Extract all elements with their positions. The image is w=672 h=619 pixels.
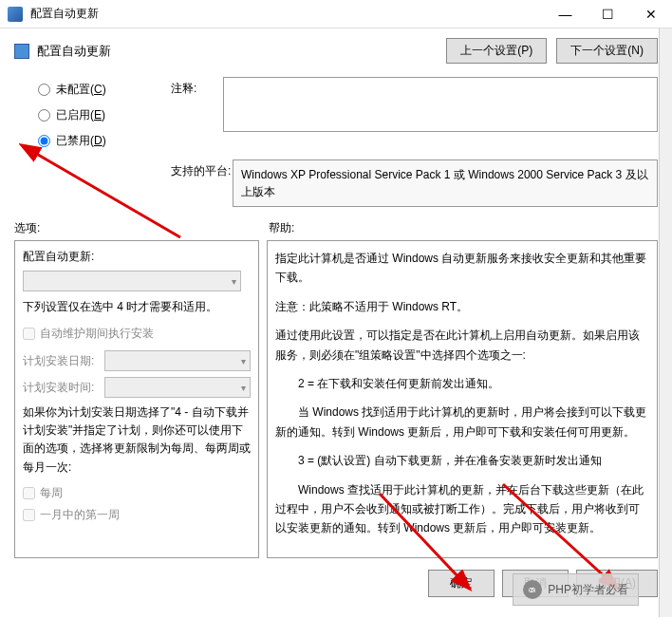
options-label: 选项: [14,220,269,236]
help-p3: 通过使用此设置，可以指定是否在此计算机上启用自动更新。如果启用该服务，则必须在"… [275,326,649,365]
help-p5: 当 Windows 找到适用于此计算机的更新时，用户将会接到可以下载更新的通知。… [275,403,649,441]
install-day-label: 计划安装日期: [23,353,104,369]
configure-dropdown[interactable]: ▾ [23,271,241,291]
check-maintenance[interactable]: 自动维护期间执行安装 [23,323,251,345]
help-panel: 指定此计算机是否通过 Windows 自动更新服务来接收安全更新和其他重要下载。… [267,240,658,558]
watermark: ෧ PHP初学者必看 [513,573,639,606]
radio-enabled[interactable]: 已启用(E) [38,103,171,128]
window-title: 配置自动更新 [30,6,544,22]
help-p4: 2 = 在下载和安装任何更新前发出通知。 [275,374,649,393]
right-edge-strip [659,28,672,617]
install-time-label: 计划安装时间: [23,380,104,396]
radio-not-configured[interactable]: 未配置(C) [38,77,171,103]
help-label: 帮助: [269,220,294,236]
prev-setting-button[interactable]: 上一个设置(P) [446,38,547,64]
options-note: 下列设置仅在选中 4 时才需要和适用。 [23,299,251,315]
ok-button[interactable]: 确定 [428,570,495,597]
policy-title: 配置自动更新 [37,43,446,60]
radio-enabled-input[interactable] [38,109,50,122]
install-time-dropdown[interactable]: ▾ [104,377,251,398]
app-icon [8,7,23,22]
check-weekly[interactable]: 每周 [23,482,251,504]
minimize-button[interactable]: — [544,0,587,28]
comment-label: 注释: [171,77,223,154]
check-weekly-input[interactable] [23,487,35,499]
radio-disabled-input[interactable] [38,135,50,147]
close-button[interactable]: ✕ [629,0,672,28]
check-weekly-label: 每周 [40,485,63,501]
radio-enabled-label: 已启用(E) [56,107,105,123]
check-maintenance-label: 自动维护期间执行安装 [40,326,154,342]
check-first-week-label: 一月中的第一周 [40,507,120,523]
help-p1: 指定此计算机是否通过 Windows 自动更新服务来接收安全更新和其他重要下载。 [275,249,649,288]
next-setting-button[interactable]: 下一个设置(N) [556,38,658,64]
watermark-text: PHP初学者必看 [548,582,628,598]
help-p2: 注意：此策略不适用于 Windows RT。 [275,297,649,316]
radio-disabled-label: 已禁用(D) [56,133,106,149]
check-maintenance-input[interactable] [23,328,35,340]
check-first-week-input[interactable] [23,509,35,521]
options-title: 配置自动更新: [23,249,251,265]
platform-label: 支持的平台: [171,159,233,207]
help-p7: Windows 查找适用于此计算机的更新，并在后台下载这些更新（在此过程中，用户… [275,480,649,538]
help-p6: 3 = (默认设置) 自动下载更新，并在准备安装更新时发出通知 [275,451,649,470]
maximize-button[interactable]: ☐ [587,0,629,28]
radio-not-configured-label: 未配置(C) [56,82,106,98]
options-panel: 配置自动更新: ▾ 下列设置仅在选中 4 时才需要和适用。 自动维护期间执行安装… [14,240,259,558]
radio-not-configured-input[interactable] [38,84,50,96]
install-day-dropdown[interactable]: ▾ [104,350,251,371]
comment-textarea[interactable] [223,77,658,132]
platform-text: Windows XP Professional Service Pack 1 或… [233,159,658,207]
policy-icon [14,44,29,59]
wechat-icon: ෧ [523,580,542,599]
options-para: 如果你为计划安装日期选择了"4 - 自动下载并计划安装"并指定了计划，则你还可以… [23,403,251,477]
radio-disabled[interactable]: 已禁用(D) [38,128,171,154]
check-first-week[interactable]: 一月中的第一周 [23,504,251,526]
